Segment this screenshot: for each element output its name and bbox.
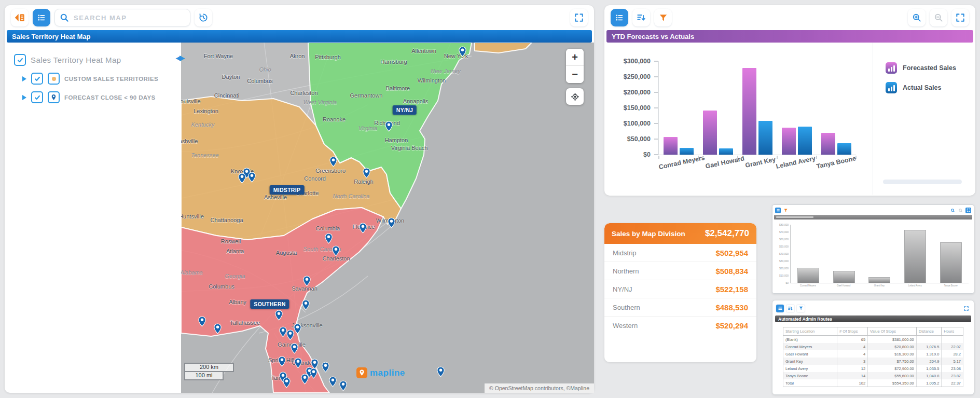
expand-caret-icon[interactable] [22, 95, 26, 100]
panel-resize-handle[interactable]: ◀▶ [176, 54, 183, 62]
map-pin-icon[interactable] [291, 343, 298, 356]
chart-plot: $0$50,000$100,000$150,000$200,000$250,00… [658, 61, 856, 155]
map-state-label: West Virginia [303, 99, 337, 105]
table-icon[interactable] [775, 208, 781, 213]
mini-chart-panel[interactable]: $0$10,000$20,000$30,000$40,000$50,000$60… [772, 204, 974, 294]
map-city-label: Dayton [222, 74, 240, 80]
routes-table-cell: 22.07 [942, 343, 963, 350]
routes-column-header[interactable]: Distance [916, 327, 942, 336]
map-pin-icon[interactable] [310, 368, 318, 381]
map-pin-icon[interactable] [294, 323, 301, 336]
map-pin-icon[interactable] [325, 233, 333, 246]
routes-column-header[interactable]: Starting Location [783, 327, 837, 336]
bar-actual-sales[interactable] [680, 148, 694, 155]
map-pin-icon[interactable] [294, 358, 302, 370]
bar-forecasted-sales[interactable] [703, 111, 717, 155]
bar-actual-sales[interactable] [719, 148, 733, 155]
zoom-out-icon[interactable] [930, 9, 947, 26]
map-pin-icon[interactable] [302, 299, 310, 312]
bar-actual-sales[interactable] [758, 121, 772, 155]
routes-table-cell: 1,035.5 [916, 365, 942, 372]
bar-forecasted-sales[interactable] [782, 128, 796, 155]
map-pin-icon[interactable] [359, 223, 367, 236]
bar-actual-sales[interactable] [837, 143, 851, 155]
filter-icon[interactable] [654, 9, 672, 26]
zoom-in-icon[interactable] [908, 9, 926, 26]
zoom-out-icon[interactable] [958, 208, 963, 213]
map-city-label: Albany [229, 299, 246, 305]
routes-fullscreen-icon[interactable] [962, 305, 970, 312]
map-pin-icon[interactable] [332, 245, 340, 258]
scale-km: 200 km [184, 363, 234, 372]
map-canvas[interactable]: Fort WayneAkronPittsburghAllentownNew Yo… [181, 43, 594, 393]
checkbox[interactable] [31, 91, 43, 103]
map-city-label: Atlanta [226, 248, 244, 254]
tree-root-item[interactable]: Sales Territory Heat Map [14, 54, 181, 66]
panel-collapse-icon[interactable] [11, 9, 29, 26]
routes-table-cell: 1,040.8 [916, 372, 942, 379]
map-pin-icon[interactable] [214, 323, 222, 336]
map-pin-icon[interactable] [286, 330, 294, 342]
map-pin-icon[interactable] [385, 121, 393, 134]
legend-item[interactable]: Actual Sales [886, 82, 975, 93]
map-pin-icon[interactable] [459, 46, 466, 59]
mini-bar-cell [826, 225, 862, 283]
map-pin-icon[interactable] [303, 276, 311, 289]
map-pin-icon[interactable] [339, 380, 347, 393]
map-panel: Sales Territory Heat Map Sales Territory… [5, 5, 594, 393]
mapline-logo-text: mapline [370, 368, 405, 378]
search-input[interactable] [54, 9, 190, 26]
sort-icon[interactable] [786, 305, 794, 312]
zoom-out-button[interactable]: − [566, 66, 584, 83]
map-pin-icon[interactable] [329, 156, 337, 169]
division-name: Western [613, 322, 638, 330]
legend-item[interactable]: Forecasted Sales [886, 62, 975, 74]
table-icon[interactable] [776, 305, 784, 312]
history-icon[interactable] [195, 9, 212, 26]
routes-column-header[interactable]: Value Of Stops [868, 327, 917, 336]
map-pin-icon[interactable] [322, 362, 329, 375]
bar-forecasted-sales[interactable] [821, 133, 835, 155]
routes-table-cell: 1,076.5 [916, 343, 942, 350]
expand-caret-icon[interactable] [22, 76, 26, 81]
legend-series-icon [886, 62, 897, 74]
layer-list-icon[interactable] [33, 9, 50, 26]
map-pin-icon[interactable] [279, 326, 287, 339]
bar-group [659, 61, 698, 155]
map-pin-icon[interactable] [283, 377, 291, 390]
checkbox[interactable] [31, 73, 43, 85]
sales-division-row: Southern$488,530 [604, 298, 756, 316]
bar-actual-sales[interactable] [798, 127, 812, 155]
bar-forecasted-sales[interactable] [664, 137, 678, 155]
map-fullscreen-icon[interactable] [570, 9, 588, 26]
tree-layer-item-1[interactable]: FORECAST CLOSE < 90 DAYS [22, 91, 181, 103]
map-pin-icon[interactable] [329, 376, 337, 389]
zoom-in-button[interactable]: + [566, 49, 584, 66]
map-pin-icon[interactable] [238, 173, 246, 186]
table-icon[interactable] [611, 9, 628, 26]
routes-column-header[interactable]: Hours [942, 327, 963, 336]
chart-scrollbar[interactable] [883, 180, 962, 184]
map-pin-icon[interactable] [248, 172, 256, 185]
map-pin-icon[interactable] [278, 356, 286, 369]
y-axis-tick [654, 92, 658, 93]
map-city-label: Louisville [181, 98, 201, 104]
bar-forecasted-sales[interactable] [742, 68, 756, 155]
map-pin-icon[interactable] [198, 316, 206, 329]
map-city-label: Wilmington [418, 77, 446, 84]
checkbox[interactable] [14, 54, 26, 66]
filter-icon[interactable] [783, 208, 789, 213]
locate-icon[interactable] [566, 88, 584, 105]
map-pin-icon[interactable] [363, 168, 370, 181]
sort-icon[interactable] [632, 9, 650, 26]
map-pin-icon[interactable] [388, 217, 395, 230]
tree-layer-item-0[interactable]: CUSTOM SALES TERRITORIES [22, 73, 181, 85]
map-pin-icon[interactable] [275, 310, 283, 323]
filter-icon[interactable] [797, 305, 805, 312]
chart-fullscreen-icon[interactable] [951, 9, 969, 26]
zoom-in-icon[interactable] [950, 208, 956, 213]
map-pin-icon[interactable] [301, 374, 309, 387]
fullscreen-icon[interactable] [965, 208, 971, 213]
map-pin-icon[interactable] [437, 366, 445, 379]
routes-column-header[interactable]: # Of Stops [837, 327, 868, 336]
